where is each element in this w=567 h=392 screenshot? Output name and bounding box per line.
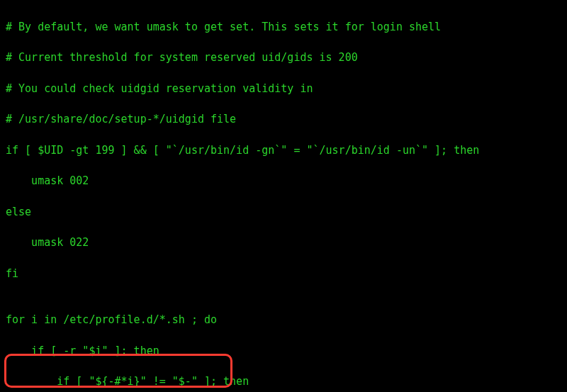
code-line: if [ -r "$i" ]; then <box>6 344 561 359</box>
code-line: # /usr/share/doc/setup-*/uidgid file <box>6 112 561 128</box>
code-line: if [ $UID -gt 199 ] && [ "`/usr/bin/id -… <box>6 143 561 159</box>
code-line: umask 022 <box>6 235 561 251</box>
code-line: else <box>6 205 561 220</box>
code-line: # You could check uidgid reservation val… <box>6 82 561 97</box>
code-line: # Current threshold for system reserved … <box>6 50 561 66</box>
terminal-output[interactable]: # By default, we want umask to get set. … <box>6 4 561 392</box>
code-line: for i in /etc/profile.d/*.sh ; do <box>6 313 561 328</box>
code-line: umask 002 <box>6 174 561 189</box>
code-line: fi <box>6 267 561 282</box>
code-line: if [ "${-#*i}" != "$-" ]; then <box>6 374 561 390</box>
code-line: # By default, we want umask to get set. … <box>6 20 561 35</box>
